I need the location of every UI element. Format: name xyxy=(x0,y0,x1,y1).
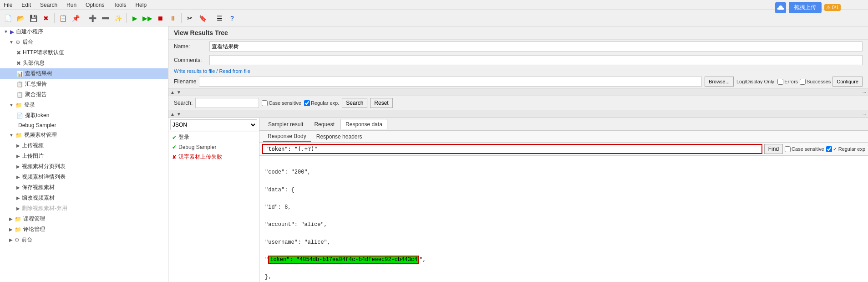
toolbar-copy[interactable]: 📋 xyxy=(57,12,69,24)
toolbar-play-all[interactable]: ▶▶ xyxy=(142,12,153,24)
sidebar-item-course-mgmt[interactable]: ▶ 📁 课程管理 xyxy=(0,214,168,224)
filename-input[interactable] xyxy=(199,77,702,87)
sidebar-root[interactable]: ▼ ▶ 自建小程序 xyxy=(0,26,168,37)
folder-icon: 📁 xyxy=(15,102,22,108)
collapse-icon: ▼ xyxy=(9,133,14,138)
menu-tools[interactable]: Tools xyxy=(112,1,128,9)
find-regular-exp-checkbox[interactable] xyxy=(826,146,832,152)
case-sensitive-label[interactable]: Case sensitive xyxy=(262,100,301,106)
sidebar-item-token[interactable]: 📄 提取token xyxy=(0,110,168,121)
sidebar-item-upload-video[interactable]: ▶ 上传视频 xyxy=(0,140,168,151)
find-button[interactable]: Find xyxy=(764,144,783,154)
menu-help[interactable]: Help xyxy=(133,1,148,9)
more-button2[interactable]: ··· xyxy=(863,112,866,117)
down-arrow2[interactable]: ▼ xyxy=(177,112,181,117)
menu-file[interactable]: File xyxy=(2,1,14,9)
collapse-icon: ▶ xyxy=(16,195,20,200)
regular-exp-checkbox[interactable] xyxy=(304,100,310,106)
sidebar-item-edit-video[interactable]: ▶ 编改视频素材 xyxy=(0,193,168,203)
browse-button[interactable]: Browse... xyxy=(705,77,734,87)
agg-icon: 📋 xyxy=(16,92,23,98)
sidebar-item-video-mgmt[interactable]: ▼ 📁 视频素材管理 xyxy=(0,130,168,140)
json-selector[interactable]: JSON xyxy=(170,119,257,130)
sidebar-item-comment-mgmt[interactable]: ▶ 📁 评论管理 xyxy=(0,224,168,235)
find-regular-exp-label[interactable]: ✓ Regular exp xyxy=(826,146,865,152)
sidebar-item-label: 删除视频素材-弃用 xyxy=(22,205,67,212)
sidebar-item-upload-img[interactable]: ▶ 上传图片 xyxy=(0,151,168,161)
sidebar-item-debug[interactable]: Debug Sampler xyxy=(0,121,168,130)
comments-input[interactable] xyxy=(209,55,863,65)
chart-icon: 📊 xyxy=(16,71,23,77)
toolbar-wand[interactable]: ✨ xyxy=(112,12,124,24)
sidebar-item-video-page[interactable]: ▶ 视频素材分页列表 xyxy=(0,161,168,172)
sidebar-item-label: HTTP请求默认值 xyxy=(23,49,64,56)
sidebar-item-http-default[interactable]: ✖ HTTP请求默认值 xyxy=(0,47,168,58)
successes-checkbox[interactable] xyxy=(800,79,806,85)
sidebar-item-frontend[interactable]: ▶ ⚙ 前台 xyxy=(0,235,168,245)
menu-options[interactable]: Options xyxy=(84,1,106,9)
more-button[interactable]: ··· xyxy=(863,90,866,95)
sidebar-item-summary[interactable]: 📋 汇总报告 xyxy=(0,79,168,89)
successes-checkbox-label[interactable]: Successes xyxy=(800,79,831,85)
sidebar-item-header-info[interactable]: ✖ 头部信息 xyxy=(0,58,168,68)
write-link[interactable]: Write results to file / Read from file xyxy=(174,68,250,74)
up-arrow[interactable]: ▲ xyxy=(170,90,175,95)
sep4 xyxy=(181,13,182,23)
sidebar-item-label: Debug Sampler xyxy=(18,122,56,128)
tree-item-error[interactable]: ✘ 汉字素材上传失败 xyxy=(168,152,259,162)
subtab-response-headers[interactable]: Response headers xyxy=(312,132,367,141)
toolbar-pause[interactable]: ⏸ xyxy=(167,12,179,24)
sidebar-item-video-detail[interactable]: ▶ 视频素材详情列表 xyxy=(0,172,168,182)
regular-exp-label[interactable]: Regular exp. xyxy=(304,100,339,106)
find-input[interactable] xyxy=(262,144,762,154)
toolbar-new[interactable]: 📄 xyxy=(2,12,14,24)
sidebar-item-save-video[interactable]: ▶ 保存视频素材 xyxy=(0,182,168,193)
upload-button[interactable]: 拖拽上传 xyxy=(789,2,822,13)
case-sensitive-checkbox[interactable] xyxy=(262,100,268,106)
toolbar-stop[interactable]: ⏹ xyxy=(154,12,166,24)
sidebar-item-label: 上传图片 xyxy=(22,152,44,160)
json-line-3: "id": 8, xyxy=(265,203,863,212)
reset-button[interactable]: Reset xyxy=(370,98,392,108)
toolbar-expand[interactable]: ➕ xyxy=(86,12,98,24)
toolbar-play[interactable]: ▶ xyxy=(129,12,141,24)
tree-item-login[interactable]: ✔ 登录 xyxy=(168,132,259,143)
search-input[interactable] xyxy=(195,98,259,108)
filename-row: Filename Browse... Log/Display Only: Err… xyxy=(168,75,868,88)
up-arrow2[interactable]: ▲ xyxy=(170,112,175,117)
sidebar-item-view-tree[interactable]: 📊 查看结果树 xyxy=(0,68,168,79)
sidebar-item-backend[interactable]: ▼ ⚙ 后台 xyxy=(0,37,168,47)
menu-edit[interactable]: Edit xyxy=(20,1,33,9)
tab-sampler-result[interactable]: Sampler result xyxy=(263,119,308,129)
settings-icon: ⚙ xyxy=(15,39,20,46)
sidebar-item-aggregate[interactable]: 📋 聚合报告 xyxy=(0,89,168,100)
subtab-response-body[interactable]: Response Body xyxy=(263,132,311,142)
sidebar-item-delete-video[interactable]: ▶ 删除视频素材-弃用 xyxy=(0,203,168,214)
configure-button[interactable]: Configure xyxy=(832,77,863,87)
toolbar-collapse[interactable]: ➖ xyxy=(99,12,111,24)
tree-item-debug[interactable]: ✔ Debug Sampler xyxy=(168,143,259,152)
find-case-sensitive-checkbox[interactable] xyxy=(785,146,791,152)
toolbar-list[interactable]: ☰ xyxy=(213,12,225,24)
search-button[interactable]: Search xyxy=(342,98,367,108)
toolbar-help[interactable]: ? xyxy=(226,12,238,24)
down-arrow[interactable]: ▼ xyxy=(177,90,181,95)
tab-response-data[interactable]: Response data xyxy=(340,119,387,129)
toolbar-cut[interactable]: ✂ xyxy=(184,12,196,24)
menu-run[interactable]: Run xyxy=(65,1,78,9)
collapse-icon: ▶ xyxy=(16,206,20,211)
errors-checkbox-label[interactable]: Errors xyxy=(777,79,798,85)
toolbar-bookmark[interactable]: 🔖 xyxy=(197,12,208,24)
name-input[interactable] xyxy=(209,41,863,51)
sidebar-item-login-group[interactable]: ▼ 📁 登录 xyxy=(0,100,168,110)
collapse-icon: ▶ xyxy=(9,237,13,242)
tree-item-label: 汉字素材上传失败 xyxy=(178,153,222,161)
find-case-sensitive-label[interactable]: Case sensitive xyxy=(785,146,824,152)
toolbar-save[interactable]: 💾 xyxy=(27,12,39,24)
tab-request[interactable]: Request xyxy=(309,119,340,129)
toolbar-paste[interactable]: 📌 xyxy=(70,12,81,24)
errors-checkbox[interactable] xyxy=(777,79,783,85)
menu-search[interactable]: Search xyxy=(38,1,59,9)
toolbar-close[interactable]: ✖ xyxy=(40,12,52,24)
toolbar-open[interactable]: 📂 xyxy=(15,12,26,24)
